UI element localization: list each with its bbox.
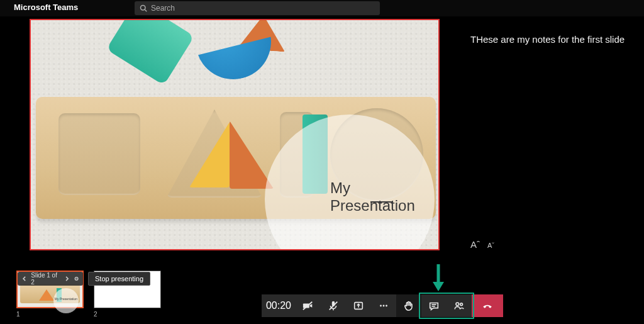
tray-slot-square bbox=[58, 113, 140, 195]
increase-font-button[interactable]: Aˆ bbox=[470, 239, 480, 250]
hand-icon bbox=[403, 300, 414, 311]
mic-off-icon bbox=[328, 300, 339, 311]
hang-up-button[interactable] bbox=[472, 294, 503, 317]
svg-point-3 bbox=[76, 278, 77, 279]
thumb-number-1: 1 bbox=[16, 311, 20, 318]
hang-up-icon bbox=[482, 300, 493, 311]
svg-marker-16 bbox=[433, 282, 444, 291]
slide-title-underline bbox=[370, 201, 393, 203]
prev-slide-button[interactable] bbox=[21, 276, 27, 282]
ellipsis-icon bbox=[378, 300, 389, 311]
decrease-font-button[interactable]: Aˇ bbox=[487, 242, 494, 249]
camera-off-icon bbox=[303, 300, 314, 311]
call-duration: 00:20 bbox=[262, 294, 296, 317]
notes-font-controls: Aˆ Aˇ bbox=[470, 239, 494, 250]
thumb1-title: My Presentation bbox=[55, 297, 77, 301]
presented-slide: My Presentation bbox=[30, 19, 440, 250]
raise-hand-button[interactable] bbox=[396, 294, 421, 317]
svg-line-1 bbox=[145, 9, 147, 11]
next-slide-button[interactable] bbox=[64, 276, 70, 282]
presenter-notes: THese are my notes for the first slide bbox=[458, 19, 644, 233]
more-actions-button[interactable] bbox=[371, 294, 396, 317]
title-bar: Microsoft Teams Search bbox=[0, 0, 644, 16]
mic-toggle-button[interactable] bbox=[321, 294, 346, 317]
slide-navigator: Slide 1 of 2 bbox=[18, 272, 83, 286]
stop-presenting-button[interactable]: Stop presenting bbox=[88, 272, 150, 286]
presenter-view-icon[interactable] bbox=[74, 276, 79, 282]
search-box[interactable]: Search bbox=[135, 1, 380, 15]
svg-point-9 bbox=[383, 305, 385, 307]
svg-point-0 bbox=[141, 6, 146, 11]
search-icon bbox=[140, 4, 147, 12]
thumb-number-2: 2 bbox=[94, 311, 97, 318]
app-title: Microsoft Teams bbox=[14, 3, 78, 12]
share-button[interactable] bbox=[346, 294, 371, 317]
svg-point-8 bbox=[380, 305, 382, 307]
share-tray-icon bbox=[353, 300, 364, 311]
camera-toggle-button[interactable] bbox=[296, 294, 321, 317]
annotation-highlight-box bbox=[419, 293, 474, 319]
slide-title: My Presentation bbox=[330, 179, 438, 215]
slide-counter: Slide 1 of 2 bbox=[31, 272, 60, 286]
annotation-arrow bbox=[430, 263, 447, 292]
svg-point-10 bbox=[386, 305, 387, 307]
search-placeholder: Search bbox=[151, 4, 175, 13]
